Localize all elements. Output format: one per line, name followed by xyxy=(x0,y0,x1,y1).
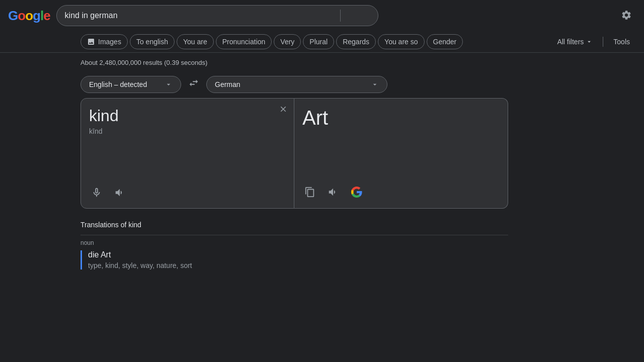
header: Google kind in german xyxy=(0,0,644,31)
search-divider xyxy=(340,10,341,22)
copy-button[interactable] xyxy=(302,185,317,200)
source-speaker-icon xyxy=(114,187,125,198)
swap-icon xyxy=(188,77,199,88)
target-lang-chevron-icon xyxy=(371,80,379,88)
tab-gender[interactable]: Gender xyxy=(427,34,463,49)
clear-source-button[interactable] xyxy=(279,105,288,116)
source-mic-button[interactable] xyxy=(89,185,104,200)
target-panel: Art xyxy=(294,98,508,209)
google-logo: Google xyxy=(8,8,50,24)
tools-label: Tools xyxy=(613,38,630,46)
gear-icon xyxy=(621,10,632,21)
translator-panels: kind kīnd xyxy=(80,98,508,209)
tab-images-label: Images xyxy=(98,38,121,46)
translation-main: die Art xyxy=(88,250,508,259)
google-g-icon xyxy=(351,186,363,198)
source-panel-actions xyxy=(89,179,286,200)
header-right xyxy=(617,6,636,26)
search-icons xyxy=(329,10,370,22)
target-speaker-button[interactable] xyxy=(326,185,341,200)
chevron-down-icon xyxy=(586,38,593,45)
target-lang-select[interactable]: German xyxy=(206,76,387,93)
clear-search-button[interactable] xyxy=(329,14,333,18)
filter-divider xyxy=(603,37,603,47)
tab-you-are-so[interactable]: You are so xyxy=(378,34,424,49)
filter-tabs: Images To english You are Pronunciation … xyxy=(0,31,644,53)
tab-images[interactable]: Images xyxy=(80,34,128,49)
voice-search-button[interactable] xyxy=(348,14,352,18)
section-divider xyxy=(80,235,508,235)
main-content: About 2,480,000,000 results (0.39 second… xyxy=(0,53,644,276)
translation-entry: die Art type, kind, style, way, nature, … xyxy=(80,250,508,269)
google-translate-button[interactable] xyxy=(349,184,365,200)
tab-to-english-label: To english xyxy=(136,38,168,46)
settings-button[interactable] xyxy=(617,6,636,26)
tab-regards-label: Regards xyxy=(343,38,369,46)
copy-icon xyxy=(304,187,315,198)
target-lang-label: German xyxy=(215,80,240,88)
source-phonetic: kīnd xyxy=(89,127,286,135)
source-lang-label: English – detected xyxy=(89,80,147,88)
source-lang-chevron-icon xyxy=(165,80,173,88)
search-input[interactable]: kind in german xyxy=(65,11,325,20)
tab-very[interactable]: Very xyxy=(274,34,301,49)
source-lang-select[interactable]: English – detected xyxy=(80,76,181,93)
source-panel: kind kīnd xyxy=(80,98,294,209)
tab-you-are-so-label: You are so xyxy=(384,38,418,46)
translator-header: English – detected German xyxy=(80,74,564,94)
swap-languages-button[interactable] xyxy=(185,74,202,94)
target-word: Art xyxy=(302,107,500,129)
target-speaker-icon xyxy=(328,187,339,198)
filter-controls: All filters Tools xyxy=(551,35,636,49)
tab-pronunciation-label: Pronunciation xyxy=(222,38,266,46)
tab-very-label: Very xyxy=(280,38,294,46)
results-info: About 2,480,000,000 results (0.39 second… xyxy=(80,59,564,66)
images-icon xyxy=(87,38,95,46)
close-source-icon xyxy=(279,105,288,114)
search-button[interactable] xyxy=(366,14,370,18)
tab-you-are[interactable]: You are xyxy=(177,34,214,49)
translations-section: Translations of kind noun die Art type, … xyxy=(80,221,508,269)
search-bar: kind in german xyxy=(56,5,378,26)
pos-label: noun xyxy=(80,239,508,246)
all-filters-button[interactable]: All filters xyxy=(551,35,599,49)
all-filters-label: All filters xyxy=(557,38,584,46)
translations-title: Translations of kind xyxy=(80,221,508,229)
tab-plural-label: Plural xyxy=(309,38,328,46)
tab-pronunciation[interactable]: Pronunciation xyxy=(216,34,272,49)
tab-regards[interactable]: Regards xyxy=(336,34,376,49)
source-word: kind xyxy=(89,107,286,125)
tab-you-are-label: You are xyxy=(183,38,207,46)
target-panel-actions xyxy=(302,178,500,200)
source-microphone-icon xyxy=(91,187,102,198)
tools-button[interactable]: Tools xyxy=(607,35,636,49)
tab-plural[interactable]: Plural xyxy=(303,34,334,49)
source-speaker-button[interactable] xyxy=(112,185,127,200)
lens-button[interactable] xyxy=(357,14,361,18)
translation-alts: type, kind, style, way, nature, sort xyxy=(88,261,508,269)
tab-to-english[interactable]: To english xyxy=(130,34,175,49)
tab-gender-label: Gender xyxy=(433,38,457,46)
